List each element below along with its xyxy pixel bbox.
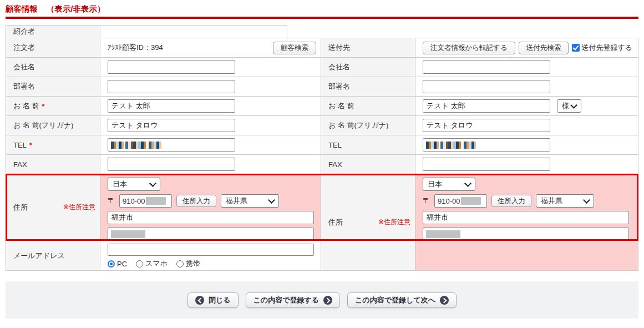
orderer-address2-redacted [111, 230, 145, 238]
email-label-cell: メールアドレス [6, 240, 100, 271]
customer-search-button[interactable]: 顧客検索 [273, 42, 316, 54]
honorific-select[interactable]: 様 [557, 99, 581, 113]
shipping-tel-input[interactable] [423, 138, 550, 152]
shipping-address-value-cell: 日本 〒 910-00 住所入力 福井県 [415, 174, 638, 271]
arrow-right-icon [323, 296, 332, 305]
email-value-cell: PC スマホ 携帯 [100, 240, 321, 271]
orderer-address-label: 住所 [13, 203, 28, 213]
email-type-option-pc[interactable]: PC [108, 260, 127, 268]
orderer-address-note: ※住所注意 [63, 203, 95, 212]
email-type-mobile-label: 携帯 [186, 259, 200, 269]
shipping-postal-redacted [461, 197, 481, 205]
referrer-label: 紹介者 [13, 27, 35, 37]
shipping-name-label-cell: お 名 前 [321, 96, 415, 116]
radio-smartphone-icon[interactable] [136, 260, 143, 268]
shipping-address2-input[interactable] [423, 228, 629, 241]
shipping-name-value-cell: 様 [415, 96, 638, 116]
orderer-name-required-mark: * [42, 102, 45, 110]
orderer-company-value-cell [100, 57, 321, 77]
arrow-left-icon [195, 296, 204, 305]
orderer-fax-label: FAX [13, 160, 27, 169]
orderer-head-cell: ｱｼｽﾄ顧客ID：394 顧客検索 [100, 38, 321, 58]
shipping-address-label-cell: 住所 ※住所注意 [321, 174, 415, 271]
orderer-tel-input[interactable] [108, 138, 235, 152]
email-type-option-mobile[interactable]: 携帯 [176, 259, 200, 269]
shipping-kana-value-cell [415, 115, 638, 135]
chevron-down-icon [268, 196, 275, 204]
orderer-tel-label: TEL [13, 141, 27, 149]
orderer-address2-input[interactable] [108, 228, 314, 241]
orderer-address-value-cell: 日本 〒 910-00 住所入力 福井県 [100, 174, 321, 241]
visibility-toggle-link[interactable]: （表示/非表示） [47, 4, 105, 14]
orderer-name-value-cell [100, 96, 321, 116]
customer-info-page: 顧客情報 （表示/非表示） 紹介者 注文者 ｱｼｽﾄ顧客ID：394 顧客検索 … [0, 0, 644, 328]
orderer-postal-redacted [146, 197, 166, 205]
orderer-country-select[interactable]: 日本 [108, 178, 160, 191]
shipping-name-label: お 名 前 [328, 101, 354, 111]
orderer-name-input[interactable] [108, 99, 235, 113]
copy-from-orderer-button[interactable]: 注文者情報から転記する [423, 42, 515, 54]
shipping-postal-value: 910-00 [438, 197, 460, 205]
orderer-kana-value-cell [100, 115, 321, 135]
shipping-postal-input[interactable]: 910-00 [434, 194, 487, 208]
register-button[interactable]: この内容で登録する [246, 292, 341, 308]
orderer-tel-label-cell: TEL * [6, 135, 100, 155]
email-input[interactable] [108, 244, 314, 256]
orderer-postal-input[interactable]: 910-00 [119, 194, 172, 208]
orderer-prefecture-select[interactable]: 福井県 [221, 194, 279, 208]
orderer-department-input[interactable] [108, 80, 235, 93]
shipping-address-input-button[interactable]: 住所入力 [491, 195, 531, 207]
header-rule [6, 17, 638, 19]
shipping-register-group: 送付先登録する [572, 43, 632, 53]
shipping-label-cell: 送付先 [321, 38, 415, 58]
shipping-company-input[interactable] [423, 60, 550, 74]
shipping-fax-label: FAX [328, 160, 342, 169]
email-type-radio-group: PC スマホ 携帯 [108, 259, 200, 269]
orderer-kana-input[interactable] [108, 119, 235, 132]
shipping-city-input[interactable] [423, 211, 629, 224]
shipping-register-checkbox[interactable] [572, 44, 580, 52]
orderer-label-cell: 注文者 [6, 38, 100, 58]
postal-mark: 〒 [108, 196, 115, 206]
orderer-fax-label-cell: FAX [6, 154, 100, 174]
shipping-address2-redacted [426, 230, 460, 238]
shipping-prefecture-select[interactable]: 福井県 [536, 194, 594, 208]
shipping-fax-label-cell: FAX [321, 154, 415, 174]
referrer-value-cell [100, 25, 287, 38]
chevron-down-icon [570, 102, 577, 109]
orderer-name-label: お 名 前 [13, 101, 39, 111]
orderer-company-input[interactable] [108, 60, 235, 74]
shipping-country-value: 日本 [428, 179, 442, 189]
honorific-selected-value: 様 [562, 101, 569, 111]
shipping-address-fields: 日本 〒 910-00 住所入力 福井県 [423, 174, 629, 241]
shipping-kana-input[interactable] [423, 119, 550, 132]
orderer-company-label: 会社名 [13, 62, 35, 72]
referrer-label-cell: 紹介者 [6, 25, 100, 38]
orderer-tel-redacted-value [111, 142, 164, 149]
orderer-tel-required-mark: * [29, 141, 32, 149]
page-header: 顧客情報 （表示/非表示） [6, 4, 105, 14]
email-type-option-smartphone[interactable]: スマホ [136, 259, 168, 269]
orderer-address-input-button[interactable]: 住所入力 [176, 195, 216, 207]
close-button[interactable]: 閉じる [187, 292, 239, 308]
shipping-country-select[interactable]: 日本 [423, 178, 475, 191]
orderer-name-label-cell: お 名 前 * [6, 96, 100, 116]
orderer-fax-input[interactable] [108, 158, 235, 171]
orderer-prefecture-value: 福井県 [226, 196, 247, 206]
shipping-tel-label-cell: TEL [321, 135, 415, 155]
shipping-fax-input[interactable] [423, 158, 550, 171]
orderer-city-input[interactable] [108, 211, 314, 224]
radio-pc-icon[interactable] [108, 260, 115, 268]
register-and-next-button[interactable]: この内容で登録して次へ [347, 292, 457, 308]
shipping-department-input[interactable] [423, 80, 550, 93]
orderer-postal-value: 910-00 [123, 197, 145, 205]
email-label: メールアドレス [13, 251, 65, 261]
shipping-tel-redacted-value [426, 142, 476, 149]
shipping-search-button[interactable]: 送付先検索 [519, 42, 569, 54]
shipping-fax-value-cell [415, 154, 638, 174]
orderer-country-value: 日本 [113, 179, 127, 189]
radio-mobile-icon[interactable] [176, 260, 184, 268]
orderer-department-value-cell [100, 77, 321, 97]
shipping-name-input[interactable] [423, 99, 550, 113]
orderer-kana-label: お 名 前(フリガナ) [13, 120, 73, 130]
